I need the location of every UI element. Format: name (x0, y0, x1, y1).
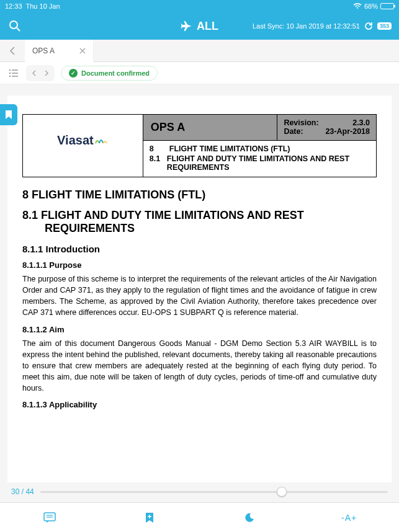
comment-icon (43, 512, 56, 523)
document-toolbar: ✓ Document confirmed (0, 62, 399, 84)
revision-cell: Revision:2.3.0 Date:23-Apr-2018 (277, 115, 377, 141)
page-footer: 30 / 44 (0, 482, 399, 501)
sync-count-badge: 353 (377, 22, 392, 30)
night-mode-button[interactable] (200, 503, 300, 532)
next-page-button[interactable] (41, 68, 52, 79)
refresh-icon (364, 21, 374, 31)
comments-button[interactable] (0, 503, 100, 532)
back-button[interactable] (0, 40, 25, 62)
heading-8-1-1-2: 8.1.1.2 Aim (22, 325, 377, 334)
page-slider[interactable] (40, 491, 388, 493)
top-bar-title[interactable]: ALL (181, 20, 218, 33)
status-bar: 12:33 Thu 10 Jan 68% (0, 0, 399, 12)
tab-bar: OPS A (0, 40, 399, 62)
sync-button[interactable] (364, 21, 374, 31)
check-circle-icon: ✓ (69, 69, 78, 78)
tab-close-button[interactable] (79, 48, 86, 54)
svg-point-2 (9, 69, 11, 70)
paragraph-aim: The aim of this document Dangerous Goods… (22, 338, 377, 394)
confirmed-label: Document confirmed (81, 69, 150, 77)
bookmark-plus-icon (145, 512, 154, 523)
section-cell: 8FLIGHT TIME LIMITATIONS (FTL) 8.1FLIGHT… (143, 141, 376, 177)
top-bar: ALL Last Sync: 10 Jan 2019 at 12:32:51 3… (0, 12, 399, 40)
battery-icon (380, 3, 394, 9)
status-time: 12:33 (5, 2, 22, 10)
last-sync-text: Last Sync: 10 Jan 2019 at 12:32:51 (253, 22, 360, 30)
font-size-label: -A+ (341, 513, 357, 523)
close-icon (79, 48, 86, 54)
chevron-left-icon (9, 47, 16, 55)
slider-thumb[interactable] (277, 487, 287, 497)
bottom-bar: -A+ (0, 502, 399, 532)
font-size-button[interactable]: -A+ (299, 503, 399, 532)
chevron-left-icon (32, 70, 37, 76)
doc-title-cell: OPS A (143, 115, 277, 141)
svg-point-0 (10, 21, 17, 29)
heading-8: 8 FLIGHT TIME LIMITATIONS (FTL) (22, 188, 377, 202)
svg-line-1 (17, 28, 20, 31)
heading-8-1-1: 8.1.1 Introduction (22, 244, 377, 254)
filter-label: ALL (197, 20, 218, 33)
logo-cell: Viasat (23, 115, 143, 177)
chevron-right-icon (44, 70, 49, 76)
heading-8-1: 8.1 FLIGHT AND DUTY TIME LIMITATIONS AND… (22, 209, 377, 235)
svg-point-4 (9, 72, 11, 73)
document-header-table: Viasat OPS A Revision:2.3.0 Date:23-Apr-… (22, 114, 377, 177)
wifi-icon (353, 3, 362, 9)
toc-button[interactable] (7, 67, 20, 79)
bookmark-icon (5, 110, 12, 120)
search-button[interactable] (7, 19, 22, 33)
viasat-logo: Viasat (57, 133, 109, 148)
battery-percent: 68% (364, 2, 378, 10)
prev-page-button[interactable] (29, 68, 40, 79)
paragraph-purpose: The purpose of this scheme is to interpr… (22, 273, 377, 319)
document-confirmed-badge[interactable]: ✓ Document confirmed (61, 66, 158, 81)
airplane-icon (181, 20, 192, 32)
heading-8-1-1-3: 8.1.1.3 Applicability (22, 400, 377, 409)
tab-ops-a[interactable]: OPS A (25, 40, 94, 62)
search-icon (9, 20, 21, 32)
tab-label: OPS A (32, 47, 55, 55)
page-counter: 30 / 44 (11, 487, 34, 496)
document-viewport[interactable]: Viasat OPS A Revision:2.3.0 Date:23-Apr-… (7, 95, 392, 482)
bookmark-button[interactable] (0, 104, 17, 125)
heading-8-1-1-1: 8.1.1.1 Purpose (22, 260, 377, 270)
moon-icon (244, 513, 254, 523)
add-bookmark-button[interactable] (100, 503, 200, 532)
page-nav (26, 65, 55, 81)
status-date: Thu 10 Jan (26, 2, 60, 10)
svg-point-6 (9, 75, 11, 76)
list-icon (9, 69, 19, 78)
